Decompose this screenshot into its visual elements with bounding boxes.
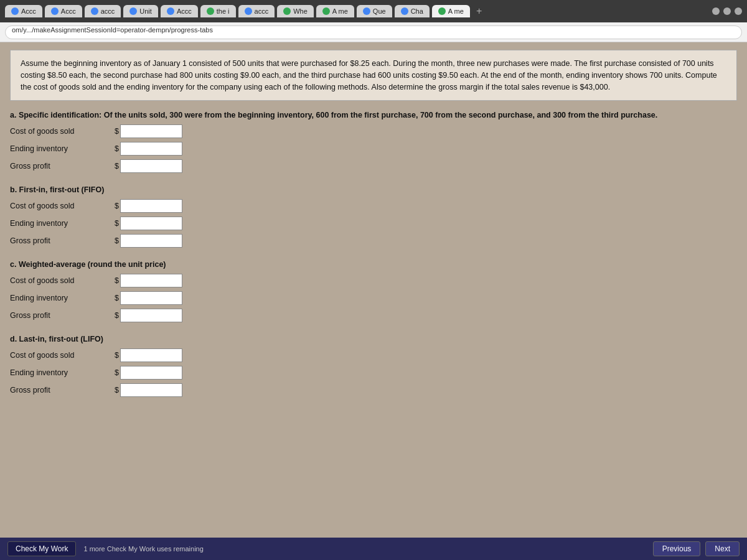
field-row-c-cogs: Cost of goods sold $ [10,274,737,287]
dollar-wrap-b-cogs: $ [115,199,182,213]
input-d-cogs[interactable] [120,348,182,362]
dollar-wrap-b-gp: $ [115,234,182,248]
label-c-gp: Gross profit [10,311,110,320]
tab-accc-3[interactable]: accc [85,5,121,17]
input-c-ei[interactable] [120,291,182,305]
field-row-a-cogs: Cost of goods sold $ [10,124,737,138]
field-row-c-gp: Gross profit $ [10,309,737,322]
field-row-a-gp: Gross profit $ [10,159,737,173]
input-a-ei[interactable] [120,142,182,156]
tab-cha[interactable]: Cha [395,5,430,17]
field-row-d-ei: Ending inventory $ [10,366,737,380]
tab-icon-3 [91,7,98,15]
tab-icon-2 [51,7,59,15]
previous-button[interactable]: Previous [653,541,701,556]
tab-ame-9[interactable]: A me [316,5,354,17]
label-a-cogs: Cost of goods sold [10,127,110,136]
dollar-sign-a-ei: $ [115,144,119,153]
input-b-gp[interactable] [120,234,182,248]
input-c-cogs[interactable] [120,274,182,287]
section-d-title: d. Last-in, first-out (LIFO) [10,335,737,343]
main-content: Assume the beginning inventory as of Jan… [0,42,747,538]
tab-accc-7[interactable]: accc [238,5,275,17]
dollar-sign-a-cogs: $ [115,127,119,136]
label-a-gp: Gross profit [10,162,110,170]
tab-ame-12[interactable]: A me [432,5,470,17]
tab-icon-7 [245,7,252,15]
problem-statement: Assume the beginning inventory as of Jan… [10,50,737,101]
tab-accc-1[interactable]: Accc [5,5,42,17]
label-c-ei: Ending inventory [10,294,110,302]
section-a: a. Specific identification: Of the units… [10,111,737,173]
maximize-button[interactable] [723,7,731,15]
tab-icon-4 [129,7,137,15]
label-d-gp: Gross profit [10,386,110,394]
section-c: c. Weighted-average (round the unit pric… [10,260,737,322]
field-row-c-ei: Ending inventory $ [10,291,737,305]
dollar-sign-b-ei: $ [115,219,119,228]
field-row-b-gp: Gross profit $ [10,234,737,248]
field-row-d-cogs: Cost of goods sold $ [10,348,737,362]
next-button[interactable]: Next [705,541,740,556]
tab-the-i[interactable]: the i [200,5,236,17]
dollar-sign-c-gp: $ [115,311,119,320]
tab-accc-2[interactable]: Accc [45,5,82,17]
tab-icon-8 [283,7,291,15]
label-c-cogs: Cost of goods sold [10,276,110,285]
tab-icon-11 [401,7,408,15]
tab-accc-5[interactable]: Accc [161,5,198,17]
label-a-ei: Ending inventory [10,144,110,153]
tab-unit[interactable]: Unit [123,5,158,17]
section-d: d. Last-in, first-out (LIFO) Cost of goo… [10,335,737,397]
tab-que[interactable]: Que [357,5,392,17]
tab-icon-1 [11,7,19,15]
dollar-wrap-d-cogs: $ [115,348,182,362]
input-d-ei[interactable] [120,366,182,380]
input-b-ei[interactable] [120,217,182,230]
field-row-b-ei: Ending inventory $ [10,217,737,230]
window-controls [712,7,742,15]
label-b-ei: Ending inventory [10,219,110,228]
input-b-cogs[interactable] [120,199,182,213]
dollar-wrap-a-gp: $ [115,159,182,173]
dollar-sign-c-ei: $ [115,294,119,302]
dollar-sign-b-gp: $ [115,236,119,245]
tab-icon-9 [322,7,330,15]
input-d-gp[interactable] [120,383,182,397]
dollar-sign-b-cogs: $ [115,202,119,210]
dollar-sign-d-ei: $ [115,368,119,377]
section-b-title: b. First-in, first-out (FIFO) [10,185,737,194]
section-b: b. First-in, first-out (FIFO) Cost of go… [10,185,737,248]
dollar-wrap-d-gp: $ [115,383,182,397]
field-row-d-gp: Gross profit $ [10,383,737,397]
minimize-button[interactable] [712,7,720,15]
input-a-cogs[interactable] [120,124,182,138]
dollar-sign-c-cogs: $ [115,276,119,285]
section-c-title: c. Weighted-average (round the unit pric… [10,260,737,269]
field-row-a-ei: Ending inventory $ [10,142,737,156]
problem-text: Assume the beginning inventory as of Jan… [21,59,717,91]
field-row-b-cogs: Cost of goods sold $ [10,199,737,213]
nav-buttons: Previous Next [653,541,740,556]
tab-icon-5 [167,7,174,15]
label-b-gp: Gross profit [10,236,110,245]
dollar-wrap-c-gp: $ [115,309,182,322]
address-bar-row: om/y.../makeAssignmentSessionId=operator… [0,22,747,42]
tab-icon-6 [207,7,214,15]
bottom-bar: Check My Work 1 more Check My Work uses … [0,538,747,560]
input-c-gp[interactable] [120,309,182,322]
address-bar[interactable]: om/y.../makeAssignmentSessionId=operator… [5,26,742,39]
input-a-gp[interactable] [120,159,182,173]
check-my-work-button[interactable]: Check My Work [7,541,76,556]
label-d-cogs: Cost of goods sold [10,351,110,360]
section-a-title: a. Specific identification: Of the units… [10,111,737,119]
label-d-ei: Ending inventory [10,368,110,377]
dollar-wrap-d-ei: $ [115,366,182,380]
dollar-sign-d-cogs: $ [115,351,119,360]
dollar-wrap-b-ei: $ [115,217,182,230]
new-tab-button[interactable]: + [472,6,486,17]
close-button[interactable] [735,7,742,15]
tab-icon-10 [363,7,370,15]
tab-whe[interactable]: Whe [277,5,314,17]
dollar-wrap-c-ei: $ [115,291,182,305]
